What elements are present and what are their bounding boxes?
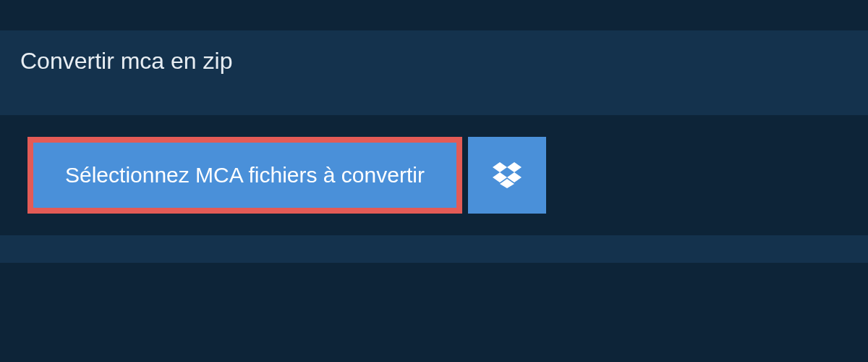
- dropbox-icon: [493, 162, 522, 188]
- select-files-label: Sélectionnez MCA fichiers à convertir: [65, 163, 425, 188]
- tab-convert[interactable]: Convertir mca en zip: [0, 30, 257, 93]
- dropbox-button[interactable]: [468, 137, 546, 214]
- select-files-button[interactable]: Sélectionnez MCA fichiers à convertir: [27, 137, 462, 214]
- upload-panel: Sélectionnez MCA fichiers à convertir: [0, 115, 868, 235]
- bottom-strip: [0, 263, 868, 362]
- tab-title: Convertir mca en zip: [20, 48, 232, 74]
- button-row: Sélectionnez MCA fichiers à convertir: [27, 137, 868, 214]
- top-strip: [0, 0, 868, 30]
- tab-container: Convertir mca en zip: [0, 30, 868, 93]
